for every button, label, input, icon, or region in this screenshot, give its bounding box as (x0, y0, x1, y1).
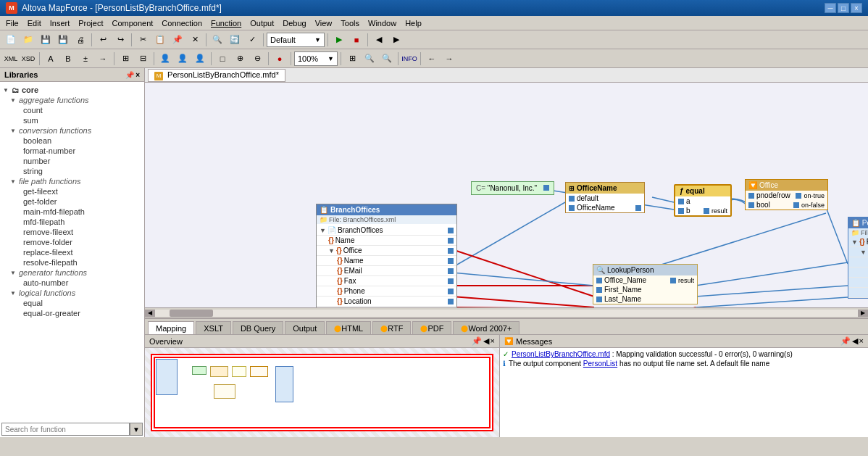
menu-debug[interactable]: Debug (278, 17, 310, 29)
mapping-canvas[interactable]: 📋 BranchOffices 📁 File: BranchOffices.xm… (145, 83, 868, 307)
logical-header[interactable]: ▼ logical functions (9, 288, 143, 298)
menu-project[interactable]: Project (74, 17, 107, 29)
scroll-left[interactable]: ◀ (145, 310, 155, 317)
zoom-dropdown[interactable]: 100% ▼ (294, 51, 338, 66)
minimize-button[interactable]: ─ (825, 3, 836, 13)
delete-button[interactable]: ✕ (187, 33, 203, 47)
tb2-zoom-out[interactable]: 🔍 (379, 51, 395, 66)
messages-pin[interactable]: 📌 (840, 336, 851, 346)
print-button[interactable]: 🖨 (72, 33, 88, 47)
tb2-back[interactable]: ← (424, 51, 440, 66)
menu-function[interactable]: Function (206, 17, 246, 29)
lib-item-number[interactable]: number (9, 156, 143, 166)
cut-button[interactable]: ✂ (135, 33, 151, 47)
lib-item-boolean[interactable]: boolean (9, 136, 143, 146)
lib-item-main-mfd-filepath[interactable]: main-mfd-filepath (9, 207, 143, 217)
tab-dbquery[interactable]: DB Query (233, 321, 283, 334)
tb2-btn4[interactable]: B (60, 51, 76, 66)
messages-close[interactable]: × (859, 336, 864, 346)
overview-controls[interactable]: 📌 ◀ × (472, 336, 495, 346)
tb2-btn1[interactable]: XML (3, 51, 19, 66)
officename-box[interactable]: ⊞ OfficeName default OfficeName (565, 182, 645, 213)
lib-item-remove-folder[interactable]: remove-folder (9, 237, 143, 247)
canvas-hscroll[interactable]: ◀ ▶ (145, 307, 868, 318)
next-button[interactable]: ▶ (388, 33, 404, 47)
lib-item-get-folder[interactable]: get-folder (9, 196, 143, 207)
lib-item-mfd-filepath[interactable]: mfd-filepath (9, 217, 143, 227)
office-filter-box[interactable]: 🔽 Office pnode/row on-true bool on-false (745, 179, 828, 210)
tb2-person-add[interactable]: 👤 (157, 51, 173, 66)
window-controls[interactable]: ─ □ × (825, 3, 862, 13)
paste-button[interactable]: 📌 (170, 33, 185, 47)
branch-offices-box[interactable]: 📋 BranchOffices 📁 File: BranchOffices.xm… (316, 204, 457, 307)
save-button[interactable]: 💾 (38, 33, 54, 47)
tb2-btn8[interactable]: ⊟ (135, 51, 151, 66)
equal-box[interactable]: ƒ equal a b result (674, 184, 732, 217)
overview-expand[interactable]: ◀ (483, 336, 489, 346)
lib-core-header[interactable]: ▼ 🗂 core (1, 85, 143, 95)
tab-rtf[interactable]: ⬤ RTF (372, 321, 411, 334)
profile-dropdown[interactable]: Default ▼ (267, 33, 325, 47)
tab-output[interactable]: Output (285, 321, 325, 334)
lib-item-resolve-filepath[interactable]: resolve-filepath (9, 257, 143, 268)
menu-window[interactable]: Window (364, 17, 401, 29)
personlist-box[interactable]: 📋 PersonList 📁 File: (default) File/Stri… (848, 217, 868, 299)
const-node[interactable]: C= "Nanonull, Inc." (471, 181, 554, 195)
open-button[interactable]: 📁 (20, 33, 36, 47)
menu-connection[interactable]: Connection (157, 17, 206, 29)
overview-close[interactable]: × (491, 336, 495, 346)
lib-item-replace-fileext[interactable]: replace-fileext (9, 247, 143, 257)
tb2-btn2[interactable]: XSD (20, 51, 36, 66)
prev-button[interactable]: ◀ (371, 33, 387, 47)
lookupperson-box[interactable]: 🔍 LookupPerson Office_Name result First_… (593, 264, 698, 304)
filepath-header[interactable]: ▼ file path functions (9, 176, 143, 186)
menu-output[interactable]: Output (246, 17, 278, 29)
lib-item-equal-or-greater[interactable]: equal-or-greater (9, 308, 143, 318)
run-button[interactable]: ▶ (331, 33, 347, 47)
lib-item-format-number[interactable]: format-number (9, 146, 143, 156)
tb2-grid[interactable]: ⊞ (344, 51, 360, 66)
messages-expand[interactable]: ◀ (852, 336, 858, 346)
tb2-btn6[interactable]: → (95, 51, 111, 66)
save-all-button[interactable]: 💾 (55, 33, 71, 47)
tb2-person3[interactable]: 👤 (192, 51, 208, 66)
aggregate-header[interactable]: ▼ aggregate functions (9, 95, 143, 105)
validate-button[interactable]: ✓ (244, 33, 260, 47)
messages-filter-icon[interactable]: 🔽 (504, 337, 513, 345)
new-button[interactable]: 📄 (3, 33, 19, 47)
lib-item-sum[interactable]: sum (9, 115, 143, 125)
messages-controls[interactable]: 📌 ◀ × (840, 336, 864, 346)
menu-view[interactable]: View (311, 17, 337, 29)
scroll-thumb[interactable] (170, 310, 213, 317)
tb2-btn5[interactable]: ± (78, 51, 93, 66)
tb2-btn9[interactable]: □ (214, 51, 230, 66)
lib-header-controls[interactable]: 📌 × (125, 71, 140, 79)
tab-html[interactable]: ⬤ HTML (326, 321, 371, 334)
menu-edit[interactable]: Edit (23, 17, 46, 29)
tab-mapping[interactable]: Mapping (148, 321, 194, 334)
lib-search-input[interactable] (1, 423, 130, 436)
lib-item-auto-number[interactable]: auto-number (9, 278, 143, 288)
lib-pin[interactable]: 📌 (125, 71, 134, 79)
stop-button[interactable]: ■ (349, 33, 364, 47)
lib-search-button[interactable]: ▼ (130, 423, 143, 436)
lib-item-remove-fileext[interactable]: remove-fileext (9, 227, 143, 237)
msg-link-2[interactable]: PersonList (583, 360, 617, 368)
tb2-btn7[interactable]: ⊞ (117, 51, 133, 66)
menu-component[interactable]: Component (107, 17, 157, 29)
scroll-track[interactable] (155, 310, 858, 317)
menu-insert[interactable]: Insert (46, 17, 75, 29)
lib-item-count[interactable]: count (9, 105, 143, 115)
file-tab-personlist[interactable]: M PersonListByBranchOffice.mfd* (148, 69, 285, 82)
tb2-btn3[interactable]: A (43, 51, 59, 66)
copy-button[interactable]: 📋 (152, 33, 168, 47)
tb2-zoom-in[interactable]: 🔍 (362, 51, 377, 66)
undo-button[interactable]: ↩ (95, 33, 111, 47)
tb2-info[interactable]: INFO (401, 51, 417, 66)
menu-file[interactable]: File (1, 17, 23, 29)
conversion-header[interactable]: ▼ conversion functions (9, 125, 143, 136)
tab-word2007[interactable]: ⬤ Word 2007+ (453, 321, 519, 334)
lib-item-string[interactable]: string (9, 166, 143, 176)
tb2-person2[interactable]: 👤 (175, 51, 191, 66)
tb2-forward[interactable]: → (441, 51, 457, 66)
